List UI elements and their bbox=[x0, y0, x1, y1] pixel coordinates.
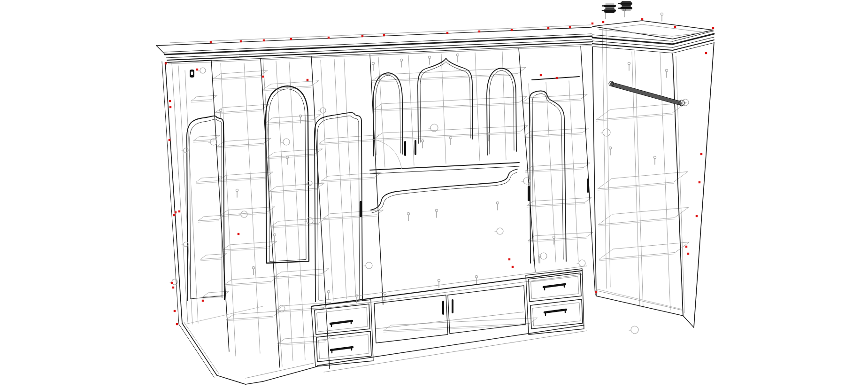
drawer-handle bbox=[330, 321, 352, 324]
wireframe-canvas bbox=[0, 0, 868, 389]
bench-door bbox=[374, 295, 448, 343]
door-handle bbox=[452, 299, 453, 313]
drawer-handle bbox=[331, 347, 353, 350]
fastener-icon bbox=[619, 2, 632, 10]
door-handle bbox=[528, 186, 530, 201]
door-handle bbox=[587, 179, 589, 193]
open-niche bbox=[371, 169, 517, 213]
door-handle bbox=[404, 141, 406, 156]
drawer-handle bbox=[544, 284, 565, 287]
fastener-icon bbox=[602, 4, 616, 13]
fastener-icons-layer bbox=[602, 2, 632, 13]
right-corner-wardrobe bbox=[587, 21, 714, 327]
tv-bench bbox=[311, 266, 587, 372]
bench-door bbox=[448, 286, 526, 334]
left-corner-wardrobe bbox=[162, 60, 315, 384]
drawer-stack-right bbox=[526, 269, 584, 335]
clothes-rail bbox=[609, 81, 684, 106]
display-top-cabinet bbox=[370, 49, 519, 174]
glass-door-column bbox=[266, 86, 309, 263]
ogee-door-column-left bbox=[311, 113, 373, 366]
drawer-stack-left bbox=[311, 300, 373, 366]
drawer-handle bbox=[545, 310, 566, 312]
door-handle bbox=[442, 301, 444, 315]
door-handle bbox=[415, 140, 416, 155]
cornice bbox=[156, 25, 592, 64]
door-handle bbox=[360, 201, 362, 217]
drawing-viewport bbox=[0, 0, 868, 389]
